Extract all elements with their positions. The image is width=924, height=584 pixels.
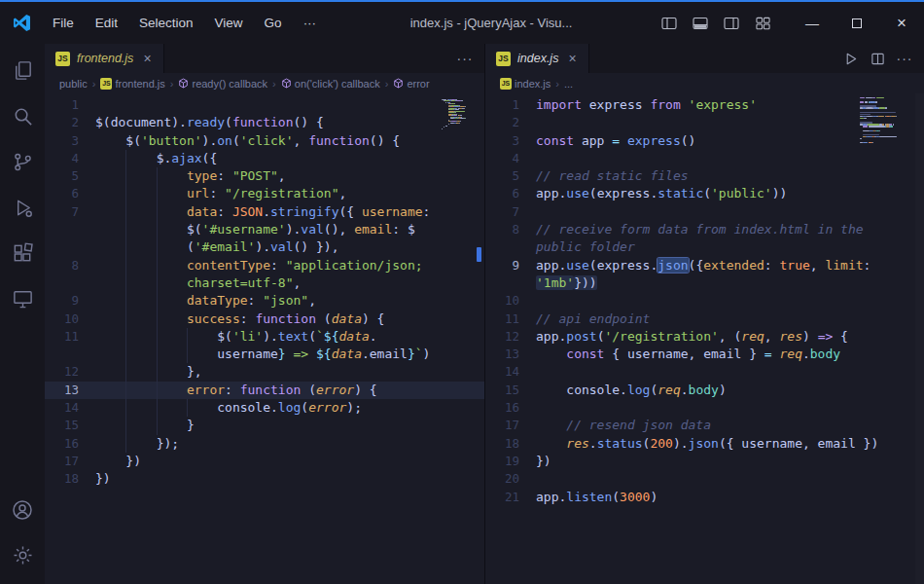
menu-edit[interactable]: Edit [85,11,128,35]
line-number[interactable]: 2 [45,114,95,131]
line-number[interactable]: 13 [45,382,95,399]
line-number[interactable]: 1 [45,96,95,114]
line-number[interactable]: 8 [485,221,536,238]
code-line[interactable]: 1 [45,96,484,114]
line-number[interactable]: 10 [45,310,95,328]
code-line[interactable]: 17 // resend json data [485,417,924,434]
line-number[interactable]: 7 [45,203,95,221]
breadcrumb-item[interactable]: ... [564,78,573,90]
line-number[interactable]: 9 [485,257,536,274]
search-icon[interactable] [0,93,45,139]
code-line[interactable]: 6 url: "/registration", [45,185,484,202]
line-number[interactable]: 20 [485,470,536,488]
code-line[interactable]: 8 contentType: "application/json; [45,257,484,274]
line-number[interactable] [45,238,95,256]
line-number[interactable]: 4 [45,150,95,167]
run-button[interactable] [838,48,862,69]
line-number[interactable]: 19 [485,453,536,470]
close-button[interactable]: × [879,2,924,44]
code-line[interactable]: 13 error: function (error) { [45,382,484,399]
line-number[interactable]: 4 [485,150,536,167]
breadcrumb-item[interactable]: JSindex.js [500,78,551,90]
accounts-icon[interactable] [0,487,45,532]
code-line[interactable]: 10 [485,292,924,310]
breadcrumb-item[interactable]: ready() callback [178,78,267,90]
tab-frontend-js[interactable]: JS frontend.js × [45,44,164,73]
breadcrumb-item[interactable]: on('click') callback [281,78,380,90]
code-line[interactable]: 5// read static files [485,167,924,185]
split-button[interactable] [866,48,889,69]
menu-more[interactable]: ··· [293,11,328,35]
line-number[interactable] [45,346,95,363]
code-line[interactable]: 14 [485,363,924,381]
line-number[interactable]: 15 [45,417,95,434]
code-line[interactable]: 19}) [485,453,924,470]
toggle-sidebar-icon[interactable] [656,11,683,36]
code-editor-index[interactable]: 1import express from 'express'23const ap… [485,93,924,584]
line-number[interactable]: 3 [45,132,95,150]
line-number[interactable]: 9 [45,292,95,310]
line-number[interactable]: 5 [45,167,95,185]
code-line[interactable]: 11// api endpoint [485,310,924,328]
minimap[interactable] [860,97,916,144]
run-and-debug-icon[interactable] [0,185,45,231]
line-number[interactable]: 11 [45,328,95,346]
minimize-button[interactable]: — [790,2,835,44]
code-line[interactable]: 3 $('button').on('click', function() { [45,132,484,150]
line-number[interactable] [485,238,536,256]
line-number[interactable]: 2 [485,114,536,131]
line-number[interactable]: 8 [45,257,95,274]
code-line[interactable]: 7 [485,203,924,221]
line-number[interactable] [485,274,536,292]
settings-gear-icon[interactable] [0,532,45,578]
code-line[interactable]: ('#email').val() }), [45,238,484,256]
line-number[interactable]: 1 [485,96,536,114]
line-number[interactable] [45,274,95,292]
menu-view[interactable]: View [204,11,254,35]
line-number[interactable]: 14 [45,399,95,417]
customize-layout-icon[interactable] [749,11,776,36]
breadcrumb-item[interactable]: JSfrontend.js [100,78,164,90]
code-line[interactable]: 11 $('li').text(`${data. [45,328,484,346]
code-line[interactable]: charset=utf-8", [45,274,484,292]
line-number[interactable]: 7 [485,203,536,221]
code-line[interactable]: 3const app = express() [485,132,924,150]
code-line[interactable]: 7 data: JSON.stringify({ username: [45,203,484,221]
code-line[interactable]: 12 }, [45,363,484,381]
code-line[interactable]: 1import express from 'express' [485,96,924,114]
code-line[interactable]: 18 res.status(200).json({ username, emai… [485,435,924,453]
tab-close-icon[interactable]: × [565,51,579,66]
code-line[interactable]: 9app.use(express.json({extended: true, l… [485,257,924,274]
minimap[interactable] [442,97,469,129]
line-number[interactable]: 17 [485,417,536,434]
code-line[interactable]: 15 } [45,417,484,434]
code-line[interactable]: 10 success: function (data) { [45,310,484,328]
code-line[interactable]: 12app.post('/registration', (req, res) =… [485,328,924,346]
code-line[interactable]: public folder [485,238,924,256]
code-line[interactable]: 21app.listen(3000) [485,489,924,506]
code-line[interactable]: 14 console.log(error); [45,399,484,417]
code-line[interactable]: '1mb'})) [485,274,924,292]
line-number[interactable]: 14 [485,363,536,381]
code-line[interactable]: 16 }); [45,435,484,453]
line-number[interactable]: 17 [45,453,95,470]
more-button[interactable]: ··· [453,48,477,69]
line-number[interactable]: 12 [45,363,95,381]
code-line[interactable]: 18}) [45,470,484,488]
menu-file[interactable]: File [42,11,85,35]
line-number[interactable]: 11 [485,310,536,328]
tab-index-js[interactable]: JS index.js × [485,44,589,73]
code-line[interactable]: 2 [485,114,924,131]
breadcrumb-item[interactable]: error [393,78,429,90]
code-line[interactable]: 13 const { username, email } = req.body [485,346,924,363]
toggle-secondary-sidebar-icon[interactable] [718,11,745,36]
code-line[interactable]: 8// receive form data from index.html in… [485,221,924,238]
code-line[interactable]: 2$(document).ready(function() { [45,114,484,131]
maximize-button[interactable] [835,2,879,44]
tab-close-icon[interactable]: × [140,51,154,66]
line-number[interactable]: 10 [485,292,536,310]
toggle-panel-icon[interactable] [687,11,714,36]
code-line[interactable]: 16 [485,399,924,417]
line-number[interactable] [45,221,95,238]
code-line[interactable]: 5 type: "POST", [45,167,484,185]
